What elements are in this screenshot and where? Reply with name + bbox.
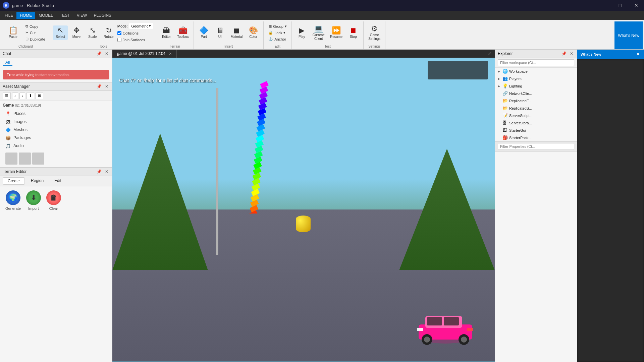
filter-workspace-input[interactable]: [498, 59, 574, 66]
cut-icon: ✂: [25, 31, 29, 35]
explorer-item-startergui[interactable]: 🖼 StarterGui: [495, 127, 577, 134]
explorer-item-starterpack[interactable]: 🎒 StarterPack...: [495, 134, 577, 141]
chat-tab-all[interactable]: All: [3, 59, 12, 66]
asset-pin-button[interactable]: 📌: [96, 84, 103, 89]
rotate-button[interactable]: ↻ Rotate: [101, 25, 116, 40]
svg-rect-3: [250, 200, 259, 207]
terrain-editor-header: Terrain Editor 📌 ✕: [0, 168, 112, 176]
lock-dropdown-icon: ▾: [283, 31, 285, 35]
part-button[interactable]: 🔷 Part: [197, 25, 211, 40]
minimize-button[interactable]: —: [596, 0, 612, 11]
packages-label: Packages: [13, 135, 31, 140]
viewport-tab-close-button[interactable]: ✕: [169, 52, 172, 56]
menu-model[interactable]: MODEL: [35, 12, 56, 19]
asset-menu-button[interactable]: ☰: [3, 92, 11, 99]
explorer-item-networkclient[interactable]: 🔗 NetworkClie...: [495, 90, 577, 97]
terrain-close-button[interactable]: ✕: [104, 169, 109, 174]
left-panel: Chat 📌 ✕ All Error while trying to start…: [0, 50, 112, 362]
toolbox-button[interactable]: 🧰 Toolbox: [175, 25, 191, 40]
rainbow-stairs: [219, 73, 333, 214]
svg-rect-22: [259, 97, 267, 105]
menu-test[interactable]: TEST: [56, 12, 73, 19]
game-id: [ID: 2701035019]: [15, 104, 41, 107]
resume-button[interactable]: ⏩ Resume: [328, 25, 344, 40]
paste-button[interactable]: 📋 Paste: [4, 25, 22, 40]
collisions-checkbox[interactable]: [117, 31, 121, 35]
stop-button[interactable]: ⏹ Stop: [346, 25, 361, 40]
svg-rect-15: [256, 135, 264, 142]
explorer-close-button[interactable]: ✕: [569, 51, 574, 56]
game-settings-button[interactable]: ⚙ GameSettings: [366, 24, 382, 42]
asset-thumb-2: [19, 153, 31, 165]
asset-manager-title: Asset Manager: [3, 84, 30, 89]
game-canvas[interactable]: Chat '/?' or '/help' for a list of chat …: [112, 58, 495, 361]
explorer-item-serverscript[interactable]: 📝 ServerScript...: [495, 112, 577, 119]
asset-item-meshes[interactable]: 🔷 Meshes: [0, 126, 112, 134]
chat-close-button[interactable]: ✕: [104, 51, 109, 56]
close-button[interactable]: ✕: [629, 0, 644, 11]
explorer-item-replicatedf[interactable]: 📂 ReplicatedF...: [495, 97, 577, 105]
maximize-button[interactable]: □: [612, 0, 628, 11]
menu-view[interactable]: VIEW: [73, 12, 91, 19]
terrain-ribbon-label: Terrain: [159, 44, 191, 49]
asset-item-audio[interactable]: 🎵 Audio: [0, 142, 112, 150]
menu-plugins[interactable]: PLUGINS: [90, 12, 115, 19]
lock-button[interactable]: 🔒 Lock ▾: [266, 30, 289, 36]
filter-properties-input[interactable]: [498, 143, 574, 150]
terrain-tab-region[interactable]: Region: [26, 177, 48, 185]
duplicate-button[interactable]: ⊞ Duplicate: [23, 36, 47, 42]
chat-pin-button[interactable]: 📌: [96, 51, 103, 56]
toolbox-label: Toolbox: [177, 35, 189, 39]
menu-file[interactable]: FILE: [1, 12, 16, 19]
players-chevron: ▶: [498, 77, 501, 80]
asset-grid-button[interactable]: ⊞: [36, 92, 43, 99]
play-button[interactable]: ▶ Play: [294, 25, 309, 40]
editor-button[interactable]: 🏔 Editor: [159, 25, 174, 40]
terrain-pin-button[interactable]: 📌: [96, 169, 103, 174]
explorer-item-replicateds[interactable]: 📂 ReplicatedS...: [495, 105, 577, 112]
scale-button[interactable]: ⤡ Scale: [85, 25, 100, 40]
select-button[interactable]: ↖ Select: [53, 25, 68, 40]
asset-item-places[interactable]: 📍 Places: [0, 110, 112, 118]
asset-item-images[interactable]: 🖼 Images: [0, 118, 112, 126]
ui-button[interactable]: 🖥 UI: [213, 25, 227, 40]
current-client-button[interactable]: 💻 Current:Client: [311, 24, 327, 42]
whats-new-button[interactable]: What's New: [614, 21, 643, 49]
menu-home[interactable]: HOME: [16, 12, 35, 19]
explorer-pin-button[interactable]: 📌: [560, 51, 568, 56]
svg-rect-10: [253, 162, 262, 169]
terrain-import-button[interactable]: ⬇ Import: [26, 190, 41, 210]
explorer-item-players[interactable]: ▶ 👥 Players: [495, 75, 577, 82]
asset-forward-button[interactable]: ›: [19, 93, 25, 99]
terrain-clear-button[interactable]: 🗑 Clear: [46, 190, 61, 210]
group-label: Group: [273, 24, 283, 28]
asset-item-packages[interactable]: 📦 Packages: [0, 134, 112, 142]
terrain-tab-edit[interactable]: Edit: [50, 177, 66, 185]
svg-rect-24: [260, 86, 268, 94]
mode-dropdown[interactable]: Geometric ▾: [129, 23, 153, 29]
svg-rect-21: [258, 103, 267, 110]
asset-close-button[interactable]: ✕: [104, 84, 109, 89]
chat-header: Chat 📌 ✕: [0, 50, 112, 58]
anchor-button[interactable]: ⚓ Anchor: [266, 36, 289, 42]
explorer-item-workspace[interactable]: ▶ 🌐 Workspace: [495, 68, 577, 75]
terrain-tab-create[interactable]: Create: [3, 177, 25, 185]
color-icon: 🎨: [249, 27, 258, 34]
explorer-item-lighting[interactable]: ▶ 💡 Lighting: [495, 82, 577, 90]
viewport-maximize-button[interactable]: ⤢: [485, 50, 495, 58]
explorer-item-serverstorage[interactable]: 🗄 ServerStora...: [495, 119, 577, 127]
material-button[interactable]: ◼ Material: [229, 25, 245, 40]
copy-button[interactable]: ⧉ Copy: [23, 23, 47, 29]
whatsnew-close-button[interactable]: ✕: [635, 52, 641, 57]
cut-button[interactable]: ✂ Cut: [23, 30, 47, 36]
join-surfaces-checkbox[interactable]: [117, 38, 121, 42]
asset-upload-button[interactable]: ⬆: [26, 92, 34, 99]
color-button[interactable]: 🎨 Color: [246, 25, 261, 40]
viewport-tab-game[interactable]: game @ 01 Jul 2021 12:04 ✕: [112, 50, 177, 58]
group-button[interactable]: ▦ Group ▾: [266, 23, 289, 29]
move-button[interactable]: ✥ Move: [69, 25, 84, 40]
tools-options: Mode: Geometric ▾ Collisions Join Surfac…: [117, 23, 153, 43]
terrain-generate-button[interactable]: 🌍 Generate: [5, 190, 21, 210]
asset-back-button[interactable]: ‹: [12, 93, 18, 99]
terrain-editor-panel: Terrain Editor 📌 ✕ Create Region Edit 🌍 …: [0, 168, 112, 362]
